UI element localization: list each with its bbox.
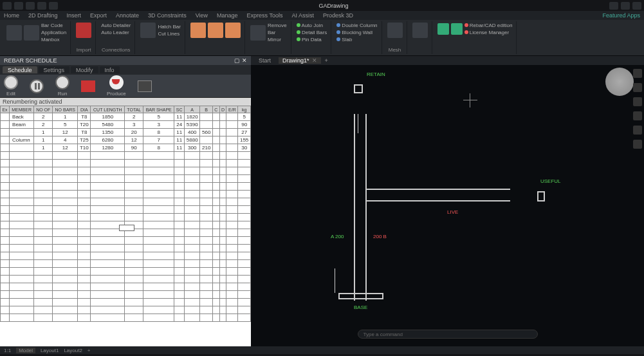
col-cut length[interactable]: CUT LENGTH (91, 106, 125, 113)
cell[interactable]: Beam (10, 121, 34, 129)
rt-tool6-icon[interactable] (633, 140, 642, 149)
command-line[interactable]: Type a command (358, 330, 538, 339)
rt-tool5-icon[interactable] (633, 126, 642, 135)
rt-app[interactable]: Application (41, 30, 66, 35)
cell[interactable]: 5 (143, 113, 174, 121)
qat-save-icon[interactable] (14, 2, 23, 10)
rt-tool1-icon[interactable] (633, 69, 642, 78)
layout-add-icon[interactable]: + (87, 348, 91, 353)
cell[interactable]: 2 (34, 113, 53, 121)
cell[interactable]: 12 (125, 136, 143, 144)
schedule-table[interactable]: ExMEMBERNO OFNO BARSDIACUT LENGTHTOTALBA… (0, 106, 251, 322)
rt-tool4-icon[interactable] (633, 111, 642, 120)
tab-drawing[interactable]: Drawing1*✕ (279, 57, 321, 64)
rt-hatch[interactable]: Hatch Bar (158, 24, 181, 30)
cell[interactable] (212, 121, 219, 129)
pause-tool-icon[interactable] (30, 79, 44, 93)
qat-undo-icon[interactable] (26, 2, 35, 10)
cell[interactable]: T20 (78, 121, 91, 129)
cell[interactable]: 2 (34, 121, 53, 129)
rt-remove[interactable]: Remove (268, 23, 287, 28)
menu-featured[interactable]: Featured Apps (602, 12, 640, 19)
tab-schedule[interactable]: Schedule (3, 66, 37, 73)
col-member[interactable]: MEMBER (10, 106, 34, 113)
cell[interactable] (10, 144, 34, 152)
loosebar-icon[interactable] (208, 23, 223, 38)
cell[interactable] (200, 121, 213, 129)
qat-print-icon[interactable] (49, 2, 58, 10)
cell[interactable] (219, 113, 226, 121)
table-row[interactable] (1, 276, 251, 283)
table-row[interactable] (1, 260, 251, 268)
cell[interactable]: 560 (200, 129, 213, 136)
cell[interactable]: 1350 (91, 129, 125, 136)
rt-detailbars[interactable]: Detail Bars (297, 30, 327, 35)
cell[interactable] (226, 113, 238, 121)
tut-icon[interactable] (451, 23, 463, 35)
retain-box[interactable] (354, 84, 363, 93)
cell[interactable]: 210 (200, 144, 213, 152)
cell[interactable]: T8 (78, 129, 91, 136)
cell[interactable]: 1 (34, 144, 53, 152)
cell[interactable]: T10 (78, 144, 91, 152)
cell[interactable]: 12 (53, 129, 78, 136)
rt-manbox[interactable]: Manbox (41, 37, 66, 42)
cell[interactable]: 4 (53, 136, 78, 144)
cell[interactable] (1, 129, 10, 136)
menu-home[interactable]: Home (4, 12, 19, 19)
rt-rebarcad[interactable]: Rebar/CAD edition (465, 23, 513, 28)
table-row[interactable] (1, 214, 251, 221)
col-bar shape[interactable]: BAR SHAPE (143, 106, 174, 113)
cell[interactable] (219, 121, 226, 129)
layout-model[interactable]: Model (16, 348, 35, 353)
cell[interactable]: 1 (53, 113, 78, 121)
cell[interactable]: 11 (174, 129, 185, 136)
cell[interactable] (212, 144, 219, 152)
col-a[interactable]: A (185, 106, 200, 113)
rt-autojoin[interactable]: Auto Join (297, 23, 327, 28)
cell[interactable]: 11 (174, 113, 185, 121)
cell[interactable] (1, 121, 10, 129)
tab-info[interactable]: Info (100, 66, 120, 73)
table-row[interactable] (1, 268, 251, 276)
rt-blockwall[interactable]: Blocking Wall (336, 30, 377, 35)
cell[interactable] (1, 113, 10, 121)
table-row[interactable] (1, 299, 251, 306)
cell[interactable]: 1820 (185, 113, 200, 121)
cell[interactable]: Back (10, 113, 34, 121)
layout-1[interactable]: Layout1 (41, 348, 59, 353)
col-dia[interactable]: DIA (78, 106, 91, 113)
table-row[interactable] (1, 283, 251, 291)
grey-tool-icon[interactable] (138, 80, 152, 92)
col-total[interactable]: TOTAL (125, 106, 143, 113)
cell[interactable]: 300 (185, 144, 200, 152)
cell[interactable]: 30 (238, 144, 251, 152)
rt-autodet[interactable]: Auto Detailer (101, 23, 131, 28)
qat-redo-icon[interactable] (37, 2, 46, 10)
layout-2[interactable]: Layout2 (64, 348, 82, 353)
col-kg[interactable]: kg (238, 106, 251, 113)
cell[interactable] (1, 136, 10, 144)
col-no bars[interactable]: NO BARS (53, 106, 78, 113)
col-ex[interactable]: Ex (1, 106, 10, 113)
cell[interactable]: 5480 (91, 121, 125, 129)
table-row[interactable]: 112T813502081140056027 (1, 129, 251, 136)
cell[interactable]: 5 (238, 113, 251, 121)
mesh-icon[interactable] (387, 23, 403, 38)
cell[interactable]: 24 (174, 121, 185, 129)
cell[interactable]: 3 (143, 121, 174, 129)
menu-annotate[interactable]: Annotate (116, 12, 139, 19)
cell[interactable] (226, 121, 238, 129)
rt-bar[interactable]: Bar (268, 30, 287, 35)
cell[interactable]: 27 (238, 129, 251, 136)
table-row[interactable] (1, 167, 251, 175)
table-row[interactable] (1, 183, 251, 191)
edit2-icon[interactable] (250, 25, 266, 41)
rt-dblcol[interactable]: Double Column (336, 23, 377, 28)
cell[interactable] (212, 113, 219, 121)
col-no of[interactable]: NO OF (34, 106, 53, 113)
cell[interactable]: 1 (34, 136, 53, 144)
cell[interactable]: 90 (238, 121, 251, 129)
table-row[interactable]: Back21T81850251118205 (1, 113, 251, 121)
table-row[interactable] (1, 198, 251, 206)
